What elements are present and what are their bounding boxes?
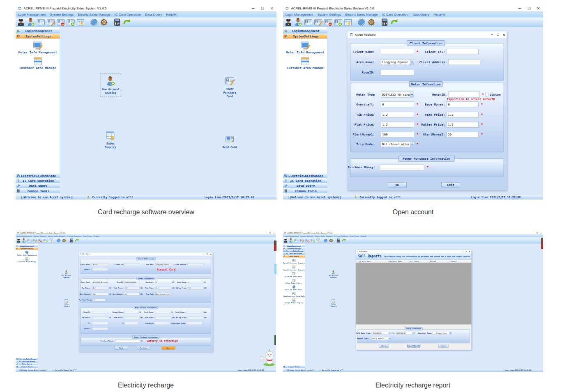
- room-id-input[interactable]: [381, 70, 414, 76]
- total-money-input[interactable]: [155, 311, 170, 314]
- report-type-select[interactable]: Daily Reports: [372, 337, 391, 340]
- sidebar-item-change-meter-inquiry[interactable]: Change Meter Inquiry: [283, 298, 305, 304]
- ret-tip-price-input[interactable]: [92, 316, 108, 319]
- card-add-icon[interactable]: [334, 18, 343, 27]
- card-add-icon[interactable]: [67, 18, 75, 27]
- menu-help[interactable]: Help(H): [360, 235, 366, 237]
- operator-icon[interactable]: [284, 18, 292, 27]
- purchase-money-input[interactable]: [380, 165, 424, 170]
- alert-money2-input[interactable]: 50: [447, 132, 478, 138]
- exit-button[interactable]: Exit: [438, 344, 448, 348]
- menu-help[interactable]: Help(H): [433, 13, 445, 16]
- sidebar-band-login-management[interactable]: LoginManagement: [16, 28, 60, 33]
- client-name-input[interactable]: [381, 49, 414, 55]
- add-user-icon[interactable]: [289, 238, 293, 243]
- sidebar-item-esales-info-query[interactable]: E-Sales Info Query: [283, 272, 305, 277]
- menu-ic-card-operation[interactable]: IC Card Operation: [115, 13, 141, 16]
- sidebar-band-data-query[interactable]: Data Query: [16, 183, 60, 188]
- card-edit-icon[interactable]: [32, 238, 37, 243]
- dropdown-arrow-icon[interactable]: [410, 142, 414, 147]
- operator-icon[interactable]: [16, 238, 21, 243]
- ok-button[interactable]: OK: [388, 182, 407, 187]
- purchase-button[interactable]: Purchase: [137, 346, 150, 350]
- card-edit-icon[interactable]: [299, 238, 304, 243]
- dropdown-arrow-icon[interactable]: [412, 332, 415, 334]
- sidebar-band-system-settings[interactable]: SystemSettings: [283, 34, 327, 39]
- client-tel-input[interactable]: [447, 49, 478, 55]
- menu-ic-card-operation[interactable]: IC Card Operation: [334, 235, 348, 237]
- sidebar-band-ic-card-operation[interactable]: IC Card Operation: [283, 178, 327, 183]
- date-to-select[interactable]: 2021/02/17: [396, 332, 415, 335]
- menu-system-settings[interactable]: System Settings: [318, 13, 341, 16]
- dropdown-arrow-icon[interactable]: [410, 60, 414, 65]
- tools-icon[interactable]: [56, 238, 61, 243]
- base-money-input[interactable]: 0: [188, 281, 203, 284]
- sidebar-band-electric-sales-manage[interactable]: ElectricSalesManage: [16, 173, 60, 178]
- operator-select[interactable]: ---Please Chose: [433, 332, 451, 335]
- meter-type-input[interactable]: DDSY1352-NK single: [92, 281, 108, 284]
- total-power-input[interactable]: [187, 311, 202, 314]
- calculator-icon[interactable]: [380, 18, 389, 27]
- ret-overdraft-input[interactable]: [155, 322, 170, 325]
- sidebar-item-sales-report-query[interactable]: Sales Report Query: [283, 278, 305, 284]
- flat-price-input[interactable]: 1.2: [381, 122, 414, 128]
- alert-money1-input[interactable]: 100: [381, 132, 414, 138]
- sidebar-item-meter-info-management[interactable]: Meter Info Management: [16, 251, 38, 257]
- ret-flat-price-input[interactable]: [155, 316, 171, 319]
- peak-price-input[interactable]: 1.2: [447, 112, 478, 118]
- close-button[interactable]: [209, 253, 213, 254]
- card-info-icon[interactable]: [27, 238, 32, 243]
- calculator-icon[interactable]: [336, 238, 341, 243]
- redo-icon[interactable]: [342, 238, 346, 243]
- card-info-icon[interactable]: [294, 238, 299, 243]
- tip-price-input[interactable]: 1.2: [92, 287, 108, 290]
- minimize-button[interactable]: [515, 8, 525, 9]
- maximize-button[interactable]: [268, 232, 272, 234]
- remain-money-input[interactable]: [124, 311, 138, 314]
- meter-table-icon[interactable]: [49, 238, 53, 243]
- exit-button[interactable]: Exit: [162, 346, 175, 350]
- peak-price-input[interactable]: 1.2: [124, 287, 140, 290]
- menu-ic-card-operation[interactable]: IC Card Operation: [67, 235, 81, 237]
- card-delete-icon[interactable]: [324, 18, 333, 27]
- flat-price-input[interactable]: 1.2: [155, 287, 171, 290]
- tools-icon[interactable]: [90, 18, 98, 27]
- maximize-button[interactable]: [258, 7, 267, 9]
- menu-data-query[interactable]: Data Query: [412, 13, 429, 16]
- sidebar-item-meter-info-management[interactable]: Meter Info Management: [283, 41, 327, 54]
- sidebar-item-fail-to-info-query[interactable]: Fail To Info Query: [283, 285, 305, 291]
- custom-checkbox[interactable]: [485, 93, 488, 96]
- menu-help[interactable]: Help(H): [93, 235, 99, 237]
- card-info-icon[interactable]: [304, 18, 313, 27]
- menu-login-management[interactable]: Login Management: [284, 235, 299, 237]
- ret-purchase-times-input[interactable]: [187, 322, 203, 325]
- card-add-icon[interactable]: [311, 238, 315, 243]
- card-delete-icon[interactable]: [38, 238, 42, 243]
- card-add-icon[interactable]: [44, 238, 48, 243]
- sidebar-item-customer-area-manage[interactable]: Customer Area Manage: [16, 257, 38, 263]
- sidebar-item-customer-area-manage[interactable]: Customer Area Manage: [283, 57, 327, 70]
- card-delete-icon[interactable]: [57, 18, 65, 27]
- sidebar-band-data-query[interactable]: Data Query: [283, 255, 305, 257]
- export-excel-button[interactable]: Export(Excel): [407, 344, 420, 348]
- helm-icon[interactable]: [62, 238, 66, 243]
- card-delete-icon[interactable]: [305, 238, 309, 243]
- card-info-icon[interactable]: [37, 18, 45, 27]
- close-button[interactable]: [501, 34, 507, 36]
- dropdown-arrow-icon[interactable]: [449, 332, 451, 334]
- menu-ic-card-operation[interactable]: IC Card Operation: [382, 13, 408, 16]
- tools-icon[interactable]: [357, 18, 366, 27]
- redo-icon[interactable]: [75, 238, 79, 243]
- sidebar-band-ic-card-operation[interactable]: IC Card Operation: [16, 178, 60, 183]
- valley-price-input[interactable]: 1.2: [447, 122, 478, 128]
- menu-login-management[interactable]: Login Management: [285, 13, 313, 16]
- date-from-select[interactable]: 2021/02/01: [372, 332, 391, 335]
- trip-mode-input[interactable]: Not closed after la: [155, 293, 171, 296]
- sidebar-band-common-tools[interactable]: Common Tools: [283, 365, 305, 368]
- sidebar-item-customer-area-manage[interactable]: Customer Area Manage: [16, 57, 60, 70]
- meter-table-icon[interactable]: [76, 18, 85, 27]
- minimize-button[interactable]: [249, 8, 258, 9]
- desktop-icon-new-account-opening[interactable]: New Account Opening: [62, 271, 71, 278]
- redo-icon[interactable]: [390, 18, 399, 27]
- menu-electric-sales-manage[interactable]: Electric Sales Manage: [78, 13, 110, 16]
